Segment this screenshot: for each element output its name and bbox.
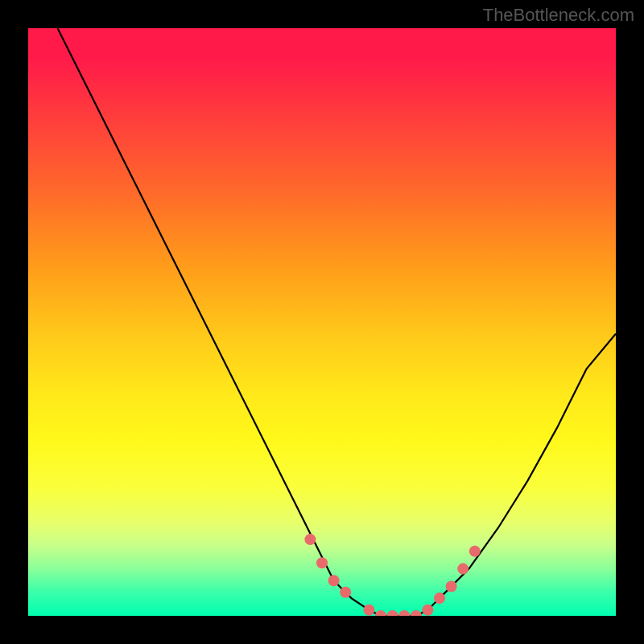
highlight-marker — [363, 605, 374, 616]
highlight-marker — [411, 610, 422, 616]
highlight-marker — [434, 592, 445, 604]
highlight-marker — [375, 610, 386, 616]
watermark-text: TheBottleneck.com — [483, 5, 634, 26]
chart-svg — [28, 28, 616, 616]
highlight-marker — [422, 605, 433, 616]
highlight-marker — [328, 575, 340, 586]
highlight-marker — [340, 587, 351, 598]
highlight-marker — [316, 557, 328, 568]
highlight-marker — [387, 610, 398, 616]
highlight-markers — [304, 534, 480, 616]
bottleneck-curve-line — [58, 28, 617, 616]
highlight-marker — [457, 564, 469, 575]
highlight-marker — [469, 546, 481, 557]
highlight-marker — [304, 534, 316, 545]
chart-plot-area — [28, 28, 616, 616]
highlight-marker — [446, 581, 457, 592]
highlight-marker — [398, 610, 410, 616]
